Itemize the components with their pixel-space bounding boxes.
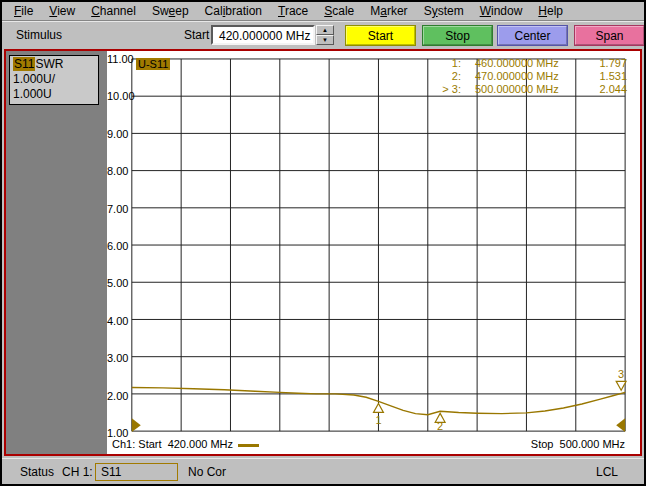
menu-scale[interactable]: Scale	[316, 3, 362, 19]
marker-1-icon	[374, 403, 384, 412]
marker-readout-frequency: 500.000000 MHz	[461, 83, 579, 96]
spinner-down-button[interactable]: ▼	[316, 35, 334, 45]
measurement-select-box[interactable]: S11	[95, 463, 178, 481]
channel-label: CH 1:	[62, 465, 93, 479]
channel-start-annotation: Ch1: Start 420.000 MHz	[112, 438, 233, 450]
marker-3-number: 3	[618, 368, 624, 380]
marker-readout: 1:460.000000 MHz1.7972:470.000000 MHz1.5…	[421, 57, 627, 96]
marker-readout-number: 1:	[421, 57, 461, 70]
center-button[interactable]: Center	[497, 25, 568, 46]
marker-2-number: 2	[437, 420, 443, 432]
y-axis-tick-label: 6.00	[107, 240, 128, 252]
menu-view[interactable]: View	[41, 3, 83, 19]
marker-readout-row: 1:460.000000 MHz1.797	[421, 57, 627, 70]
y-axis-tick-label: 3.00	[107, 352, 128, 364]
trace-status-button[interactable]: S11SWR 1.000U/ 1.000U	[9, 55, 99, 105]
trace-format-label: SWR	[35, 57, 63, 71]
start-button[interactable]: Start	[345, 25, 416, 46]
lcl-status-label: LCL	[596, 465, 618, 479]
plot-title: U-S11	[136, 58, 170, 70]
y-axis-tick-label: 4.00	[107, 315, 128, 327]
marker-readout-value: 1.797	[579, 57, 627, 70]
menu-system[interactable]: System	[416, 3, 472, 19]
menu-calibration[interactable]: Calibration	[197, 3, 270, 19]
trace-param-label: S11	[13, 57, 35, 71]
y-axis-tick-label: 2.00	[107, 390, 128, 402]
start-field-label: Start	[184, 28, 209, 42]
stop-annotation: Stop 500.000 MHz	[531, 438, 625, 450]
frequency-spinner: ▲ ▼	[316, 25, 334, 45]
menu-marker[interactable]: Marker	[362, 3, 415, 19]
marker-readout-value: 2.044	[579, 83, 627, 96]
y-axis-tick-label: 5.00	[107, 277, 128, 289]
trace-sidebar: S11SWR 1.000U/ 1.000U	[6, 51, 106, 454]
marker-readout-frequency: 460.000000 MHz	[461, 57, 579, 70]
marker-readout-row: 2:470.000000 MHz1.531	[421, 70, 627, 83]
menu-window[interactable]: Window	[472, 3, 531, 19]
plot-panel: 123 11.0010.009.008.007.006.005.004.003.…	[107, 51, 640, 454]
marker-readout-row: > 3:500.000000 MHz2.044	[421, 83, 627, 96]
trace-reference-label: 1.000U	[13, 87, 96, 102]
start-arrow-icon	[132, 418, 141, 432]
span-button[interactable]: Span	[574, 25, 645, 46]
marker-readout-value: 1.531	[579, 70, 627, 83]
menu-channel[interactable]: Channel	[83, 3, 144, 19]
menu-trace[interactable]: Trace	[270, 3, 316, 19]
trace-color-swatch	[238, 444, 259, 447]
menu-sweep[interactable]: Sweep	[144, 3, 197, 19]
menu-bar: FileViewChannelSweepCalibrationTraceScal…	[2, 2, 644, 21]
spinner-up-button[interactable]: ▲	[316, 25, 334, 35]
measurement-window: S11SWR 1.000U/ 1.000U 123 11.0010.009.00…	[4, 49, 642, 456]
y-axis-tick-label: 8.00	[107, 165, 128, 177]
y-axis-tick-label: 7.00	[107, 203, 128, 215]
trace-scale-label: 1.000U/	[13, 72, 96, 87]
vna-app-window: FileViewChannelSweepCalibrationTraceScal…	[0, 0, 646, 486]
marker-readout-frequency: 470.000000 MHz	[461, 70, 579, 83]
marker-readout-number: 2:	[421, 70, 461, 83]
stop-arrow-icon	[616, 418, 625, 432]
y-axis-tick-label: 11.00	[107, 53, 128, 65]
correction-status-label: No Cor	[188, 465, 226, 479]
stimulus-label: Stimulus	[16, 28, 62, 42]
marker-readout-number: > 3:	[421, 83, 461, 96]
y-axis-tick-label: 9.00	[107, 128, 128, 140]
y-axis-tick-label: 10.00	[107, 90, 128, 102]
swr-chart: 123	[107, 51, 640, 454]
status-bar: Status CH 1: S11 No Cor LCL	[2, 458, 644, 484]
menu-file[interactable]: File	[6, 3, 41, 19]
stimulus-toolbar: Stimulus Start 420.000000 MHz ▲ ▼ Start …	[2, 22, 644, 48]
marker-1-number: 1	[375, 414, 381, 426]
start-frequency-input[interactable]: 420.000000 MHz	[211, 25, 315, 45]
stop-button[interactable]: Stop	[422, 25, 493, 46]
menu-help[interactable]: Help	[530, 3, 571, 19]
status-label: Status	[20, 465, 54, 479]
